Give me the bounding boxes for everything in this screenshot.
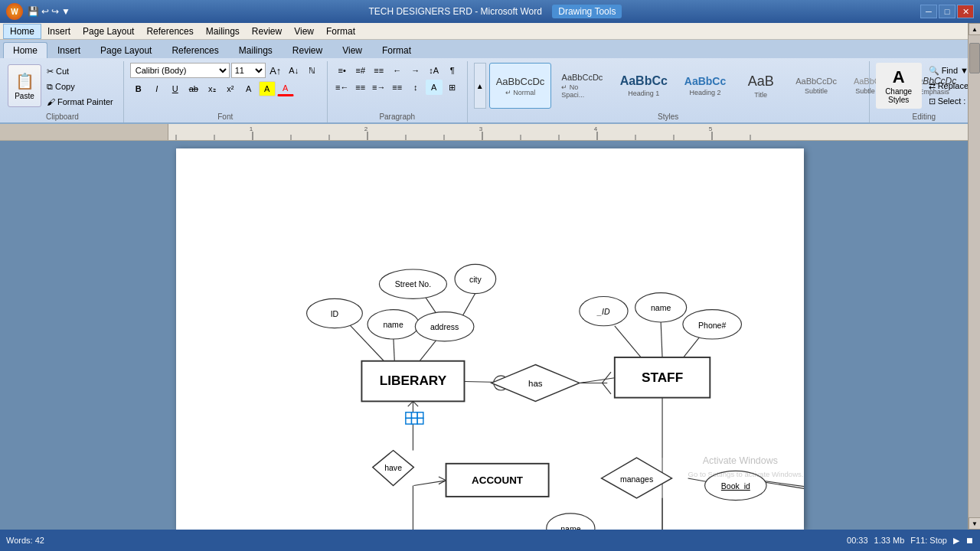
tab-references[interactable]: References bbox=[162, 42, 228, 58]
grow-font-button[interactable]: A↑ bbox=[267, 63, 284, 78]
align-center-button[interactable]: ≡≡ bbox=[352, 80, 369, 95]
paste-icon: 📋 bbox=[15, 72, 34, 90]
font-color-button[interactable]: A bbox=[277, 81, 294, 96]
titlebar: W 💾 ↩ ↪ ▼ TECH DESIGNERS ERD - Microsoft… bbox=[0, 0, 980, 23]
sort-button[interactable]: ↕A bbox=[426, 63, 443, 78]
superscript-button[interactable]: x² bbox=[222, 81, 239, 96]
menu-insert[interactable]: Insert bbox=[41, 24, 77, 38]
paragraph-group: ≡• ≡# ≡≡ ← → ↕A ¶ ≡← ≡≡ ≡→ ≡≡ ↕ A ⊞ bbox=[328, 61, 468, 122]
clear-format-button[interactable]: ℕ bbox=[304, 63, 321, 78]
change-styles-button[interactable]: A Change Styles bbox=[876, 63, 922, 109]
text-highlight-button[interactable]: A bbox=[259, 81, 276, 96]
font-size-select[interactable]: 11 bbox=[231, 63, 266, 78]
play-icon[interactable]: ▶ bbox=[953, 536, 959, 546]
status-left: Words: 42 bbox=[6, 536, 44, 545]
entity-account-label: ACCOUNT bbox=[472, 474, 524, 486]
tab-insert[interactable]: Insert bbox=[47, 42, 90, 58]
show-formatting-button[interactable]: ¶ bbox=[444, 63, 461, 78]
paste-button[interactable]: 📋 Paste bbox=[8, 64, 41, 107]
cut-icon: ✂ bbox=[47, 67, 54, 77]
tab-mailings[interactable]: Mailings bbox=[229, 42, 283, 58]
style-heading2[interactable]: AaBbCc Heading 2 bbox=[678, 63, 733, 109]
tab-page-layout[interactable]: Page Layout bbox=[90, 42, 162, 58]
document-area: LIBERARY STAFF ACCOUNT MEMBERS BOOKS CAT… bbox=[0, 141, 980, 530]
shading-button[interactable]: A bbox=[426, 80, 443, 95]
align-left-button[interactable]: ≡← bbox=[334, 80, 351, 95]
svg-line-29 bbox=[580, 378, 615, 383]
time-display: 00:33 bbox=[847, 536, 868, 545]
line-spacing-button[interactable]: ↕ bbox=[407, 80, 424, 95]
para-row-2: ≡← ≡≡ ≡→ ≡≡ ↕ A ⊞ bbox=[334, 80, 461, 95]
attr-books-name-label: name bbox=[560, 524, 580, 530]
ruler-svg: 1 2 3 4 5 bbox=[168, 124, 796, 141]
handle-6 bbox=[417, 418, 423, 424]
text-effects-button[interactable]: A bbox=[240, 81, 257, 96]
handle-2 bbox=[412, 412, 418, 419]
menu-view[interactable]: View bbox=[288, 24, 320, 38]
scroll-up-button[interactable]: ▲ bbox=[969, 23, 980, 35]
copy-button[interactable]: ⧉ Copy bbox=[43, 80, 117, 93]
tab-format[interactable]: Format bbox=[372, 42, 421, 58]
menu-review[interactable]: Review bbox=[246, 24, 288, 38]
handle-5 bbox=[412, 418, 418, 424]
copy-icon: ⧉ bbox=[47, 82, 53, 92]
tab-home[interactable]: Home bbox=[3, 42, 47, 58]
svg-text:2: 2 bbox=[364, 126, 368, 132]
attr-staff-id-label: _ID bbox=[596, 307, 610, 316]
italic-button[interactable]: I bbox=[149, 81, 165, 96]
scroll-thumb[interactable] bbox=[969, 43, 980, 73]
decrease-indent-button[interactable]: ← bbox=[389, 63, 406, 78]
select-icon: ⊡ bbox=[929, 96, 936, 106]
quick-access[interactable]: 💾 ↩ ↪ ▼ bbox=[28, 6, 70, 17]
bullets-button[interactable]: ≡• bbox=[334, 63, 351, 78]
close-button[interactable]: ✕ bbox=[957, 5, 974, 18]
bold-button[interactable]: B bbox=[130, 81, 147, 96]
minimize-button[interactable]: ─ bbox=[920, 5, 937, 18]
change-styles-group: A Change Styles 🔍 Find▼ ⇄ Replace bbox=[870, 61, 978, 122]
window-controls: ─ □ ✕ bbox=[920, 5, 974, 18]
svg-line-30 bbox=[603, 372, 611, 383]
underline-button[interactable]: U bbox=[167, 81, 184, 96]
find-icon: 🔍 bbox=[929, 66, 939, 76]
menu-format[interactable]: Format bbox=[320, 24, 361, 38]
stop-icon[interactable]: ⏹ bbox=[965, 536, 974, 545]
word-count: Words: 42 bbox=[6, 536, 44, 545]
menu-mailings[interactable]: Mailings bbox=[200, 24, 246, 38]
justify-button[interactable]: ≡≡ bbox=[389, 80, 406, 95]
style-no-space[interactable]: AaBbCcDc ↵ No Spaci... bbox=[554, 63, 609, 109]
multilevel-button[interactable]: ≡≡ bbox=[371, 63, 387, 78]
ribbon: Home Insert Page Layout References Maili… bbox=[0, 40, 980, 124]
format-painter-button[interactable]: 🖌 Format Painter bbox=[43, 95, 117, 109]
menu-references[interactable]: References bbox=[140, 24, 199, 38]
numbering-button[interactable]: ≡# bbox=[352, 63, 369, 78]
svg-line-38 bbox=[408, 401, 413, 406]
align-right-button[interactable]: ≡→ bbox=[371, 80, 387, 95]
rel-has-label: has bbox=[528, 379, 543, 388]
cut-button[interactable]: ✂ Cut bbox=[43, 64, 117, 78]
styles-scroll-up[interactable]: ▲ bbox=[474, 63, 486, 109]
style-heading1[interactable]: AaBbCc Heading 1 bbox=[613, 63, 675, 109]
erd-diagram: LIBERARY STAFF ACCOUNT MEMBERS BOOKS CAT… bbox=[176, 148, 804, 530]
tab-review[interactable]: Review bbox=[283, 42, 332, 58]
svg-line-41 bbox=[439, 477, 446, 481]
style-title[interactable]: AaB Title bbox=[736, 63, 786, 109]
select-button[interactable]: ⊡ Select : bbox=[925, 94, 972, 108]
borders-button[interactable]: ⊞ bbox=[444, 80, 461, 95]
scroll-down-button[interactable]: ▼ bbox=[969, 517, 980, 530]
style-normal[interactable]: AaBbCcDc ↵ Normal bbox=[489, 63, 551, 109]
rel-have-lib-label: have bbox=[384, 463, 402, 472]
shrink-font-button[interactable]: A↓ bbox=[286, 63, 302, 78]
tab-view[interactable]: View bbox=[332, 42, 372, 58]
maximize-button[interactable]: □ bbox=[939, 5, 956, 18]
menu-page-layout[interactable]: Page Layout bbox=[77, 24, 140, 38]
style-subtitle[interactable]: AaBbCcDc Subtitle bbox=[789, 63, 844, 109]
font-name-select[interactable]: Calibri (Body) bbox=[130, 63, 230, 78]
strikethrough-button[interactable]: ab bbox=[185, 81, 202, 96]
svg-line-31 bbox=[603, 383, 611, 393]
format-painter-icon: 🖌 bbox=[47, 97, 55, 106]
increase-indent-button[interactable]: → bbox=[407, 63, 424, 78]
find-button[interactable]: 🔍 Find▼ bbox=[925, 64, 972, 77]
replace-button[interactable]: ⇄ Replace bbox=[925, 79, 972, 93]
subscript-button[interactable]: x₂ bbox=[204, 81, 220, 96]
menu-home[interactable]: Home bbox=[3, 24, 41, 39]
